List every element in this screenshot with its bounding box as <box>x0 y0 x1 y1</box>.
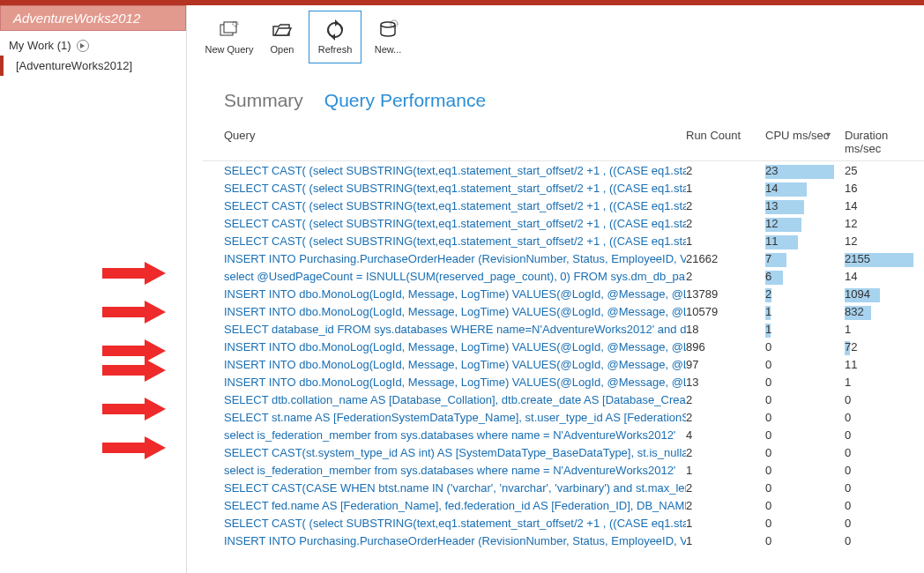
refresh-button[interactable]: Refresh <box>309 11 361 63</box>
query-link[interactable]: INSERT INTO dbo.MonoLog(LogId, Message, … <box>224 358 686 371</box>
col-header-query[interactable]: Query <box>224 129 686 155</box>
run-count-cell: 2 <box>686 270 765 283</box>
cpu-cell: 2 <box>765 287 845 301</box>
cpu-cell: 0 <box>765 358 845 371</box>
cpu-cell: 0 <box>765 534 845 547</box>
run-count-cell: 1 <box>686 517 765 530</box>
query-link[interactable]: select is_federation_member from sys.dat… <box>224 428 686 442</box>
query-link[interactable]: SELECT st.name AS [FederationSystemDataT… <box>224 411 686 424</box>
table-row: SELECT CAST( (select SUBSTRING(text,eq1.… <box>224 214 924 232</box>
query-link[interactable]: INSERT INTO dbo.MonoLog(LogId, Message, … <box>224 340 686 353</box>
new-query-button[interactable]: New Query <box>203 11 256 63</box>
tab-query-performance[interactable]: Query Performance <box>324 90 486 111</box>
query-link[interactable]: INSERT INTO dbo.MonoLog(LogId, Message, … <box>224 305 686 318</box>
tree-item-db[interactable]: [AdventureWorks2012] <box>0 56 186 76</box>
cpu-cell: 0 <box>765 517 845 530</box>
duration-cell: 0 <box>845 534 924 547</box>
query-link[interactable]: SELECT CAST( (select SUBSTRING(text,eq1.… <box>224 199 686 212</box>
query-link[interactable]: INSERT INTO Purchasing.PurchaseOrderHead… <box>224 534 686 547</box>
run-count-cell: 18 <box>686 323 765 336</box>
table-row: INSERT INTO dbo.MonoLog(LogId, Message, … <box>224 285 924 302</box>
cpu-cell: 0 <box>765 481 845 495</box>
cpu-header-text: CPU ms/sec <box>765 129 829 142</box>
cpu-cell: 11 <box>765 234 845 248</box>
table-row: SELECT CAST(st.system_type_id AS int) AS… <box>224 443 924 461</box>
query-link[interactable]: SELECT fed.name AS [Federation_Name], fe… <box>224 499 686 512</box>
open-folder-icon <box>272 19 293 41</box>
duration-cell: 0 <box>845 517 924 530</box>
query-link[interactable]: SELECT CAST( (select SUBSTRING(text,eq1.… <box>224 234 686 248</box>
query-link[interactable]: SELECT CAST( (select SUBSTRING(text,eq1.… <box>224 217 686 230</box>
run-count-cell: 1 <box>686 234 765 248</box>
query-link[interactable]: SELECT CAST(CASE WHEN btst.name IN ('var… <box>224 481 686 495</box>
open-button[interactable]: Open <box>256 11 309 63</box>
run-count-cell: 1 <box>686 464 765 477</box>
duration-cell: 2155 <box>845 252 924 265</box>
table-row: SELECT CAST( (select SUBSTRING(text,eq1.… <box>224 197 924 214</box>
run-count-cell: 2 <box>686 164 765 177</box>
duration-cell: 1 <box>845 323 924 336</box>
query-link[interactable]: INSERT INTO dbo.MonoLog(LogId, Message, … <box>224 287 686 301</box>
query-link[interactable]: SELECT CAST( (select SUBSTRING(text,eq1.… <box>224 164 686 177</box>
col-header-duration[interactable]: Duration ms/sec <box>845 129 924 155</box>
cpu-cell: 0 <box>765 340 845 353</box>
new-query-icon <box>219 19 240 41</box>
query-link[interactable]: select @UsedPageCount = ISNULL(SUM(reser… <box>224 270 686 283</box>
database-badge[interactable]: AdventureWorks2012 <box>0 5 186 31</box>
query-link[interactable]: SELECT CAST(st.system_type_id AS int) AS… <box>224 446 686 459</box>
cpu-cell: 1 <box>765 305 845 318</box>
duration-cell: 1094 <box>845 287 924 301</box>
duration-cell: 0 <box>845 499 924 512</box>
new-label: New... <box>375 44 402 55</box>
table-row: INSERT INTO dbo.MonoLog(LogId, Message, … <box>224 373 924 391</box>
cpu-cell: 6 <box>765 270 845 283</box>
col-header-cpu[interactable]: CPU ms/sec ▼ <box>765 129 845 155</box>
duration-cell: 0 <box>845 428 924 442</box>
query-link[interactable]: INSERT INTO Purchasing.PurchaseOrderHead… <box>224 252 686 265</box>
run-count-cell: 21662 <box>686 252 765 265</box>
table-row: select is_federation_member from sys.dat… <box>224 461 924 479</box>
query-link[interactable]: SELECT CAST( (select SUBSTRING(text,eq1.… <box>224 182 686 195</box>
table-row: INSERT INTO dbo.MonoLog(LogId, Message, … <box>224 338 924 355</box>
query-link[interactable]: SELECT database_id FROM sys.databases WH… <box>224 323 686 336</box>
run-count-cell: 2 <box>686 481 765 495</box>
table-row: SELECT st.name AS [FederationSystemDataT… <box>224 408 924 426</box>
run-count-cell: 10579 <box>686 305 765 318</box>
run-count-cell: 1 <box>686 182 765 195</box>
duration-cell: 11 <box>845 358 924 371</box>
tabs: Summary Query Performance <box>203 63 924 123</box>
table-row: SELECT CAST( (select SUBSTRING(text,eq1.… <box>224 514 924 532</box>
my-work-item[interactable]: My Work (1) <box>0 31 186 56</box>
run-count-cell: 1 <box>686 534 765 547</box>
duration-cell: 0 <box>845 464 924 477</box>
run-count-cell: 13 <box>686 376 765 389</box>
duration-cell: 12 <box>845 217 924 230</box>
svg-rect-1 <box>224 22 236 33</box>
run-count-cell: 896 <box>686 340 765 353</box>
query-link[interactable]: INSERT INTO dbo.MonoLog(LogId, Message, … <box>224 376 686 389</box>
table-row: INSERT INTO Purchasing.PurchaseOrderHead… <box>224 532 924 549</box>
col-header-run-count[interactable]: Run Count <box>686 129 765 155</box>
cpu-cell: 0 <box>765 393 845 406</box>
run-count-cell: 2 <box>686 393 765 406</box>
cpu-cell: 12 <box>765 217 845 230</box>
sidebar: AdventureWorks2012 My Work (1) [Adventur… <box>0 5 187 573</box>
refresh-icon <box>324 19 346 41</box>
cpu-cell: 13 <box>765 199 845 212</box>
tab-summary[interactable]: Summary <box>224 90 303 111</box>
cpu-cell: 23 <box>765 164 845 177</box>
query-link[interactable]: SELECT CAST( (select SUBSTRING(text,eq1.… <box>224 517 686 530</box>
run-count-cell: 97 <box>686 358 765 371</box>
query-link[interactable]: select is_federation_member from sys.dat… <box>224 464 686 477</box>
table-row: SELECT dtb.collation_name AS [Database_C… <box>224 391 924 408</box>
run-count-cell: 2 <box>686 499 765 512</box>
run-count-cell: 13789 <box>686 287 765 301</box>
table-row: SELECT CAST( (select SUBSTRING(text,eq1.… <box>224 161 924 179</box>
duration-cell: 16 <box>845 182 924 195</box>
run-count-cell: 2 <box>686 446 765 459</box>
expand-arrow-icon <box>77 40 89 52</box>
query-link[interactable]: SELECT dtb.collation_name AS [Database_C… <box>224 393 686 406</box>
table-row: INSERT INTO dbo.MonoLog(LogId, Message, … <box>224 302 924 320</box>
new-button[interactable]: New... <box>361 11 414 63</box>
run-count-cell: 4 <box>686 428 765 442</box>
